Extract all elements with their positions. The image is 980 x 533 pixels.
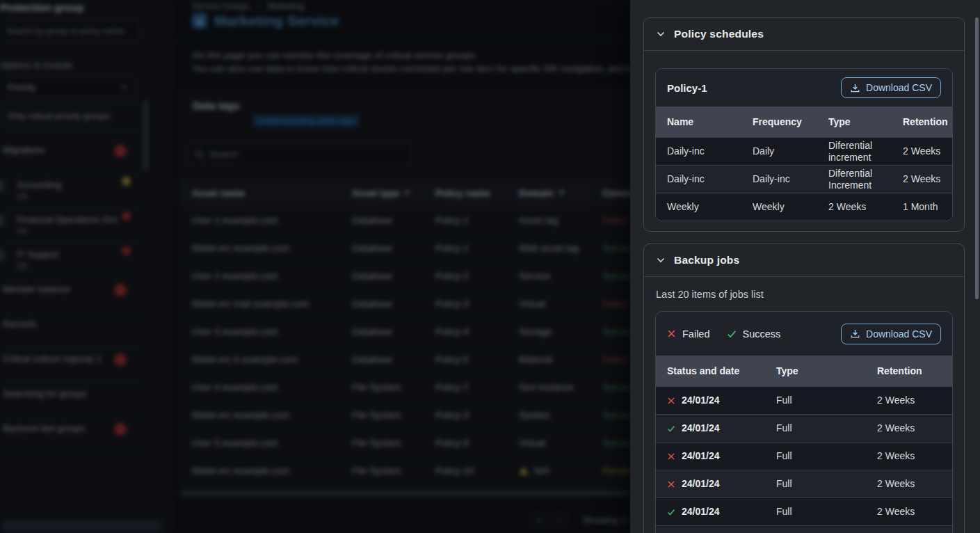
job-status-date: 24/01/24	[656, 450, 765, 461]
policy-name: Policy-1	[667, 82, 707, 94]
status-badge	[114, 353, 127, 366]
schedule-retention: 2 Weeks	[892, 173, 952, 184]
horizontal-scrollbar[interactable]	[180, 491, 631, 495]
sidebar-group-item[interactable]: Critical culture regroup 1	[0, 348, 146, 383]
drawer-scrollbar[interactable]	[975, 17, 979, 299]
asset-domain: Storage	[519, 326, 602, 337]
asset-name: Week-inc-5 example.com	[192, 354, 352, 365]
asset-policy: Policy-3	[435, 410, 519, 420]
sidebar-group-item[interactable]: Migrations	[0, 139, 146, 174]
schedule-type: Diferential increment	[817, 140, 892, 162]
sidebar-bottom-button[interactable]	[3, 520, 161, 532]
sidebar-search-input[interactable]: Search by group or policy name	[0, 21, 139, 41]
sidebar-filter-select[interactable]: Priority	[0, 77, 136, 97]
jobs-table-header: Status and date Type Retention	[656, 356, 952, 386]
status-badge	[122, 177, 131, 186]
col-status-date: Status and date	[656, 365, 765, 376]
col-asset-name[interactable]: Asset name	[192, 188, 352, 198]
filter-icon[interactable]	[558, 191, 565, 196]
group-sublabel: DB	[17, 262, 27, 270]
col-domain[interactable]: Domain	[519, 188, 602, 198]
download-csv-button[interactable]: Download CSV	[841, 324, 941, 344]
backup-job-row: 24/01/24Full2 Weeks	[656, 442, 952, 470]
download-icon	[850, 83, 860, 93]
schedule-retention: 1 Month	[892, 201, 952, 212]
policy-schedule-row: Daily-incDaily-incDiferential Increment2…	[656, 165, 952, 193]
breadcrumb-item-2[interactable]: Marketing	[268, 1, 305, 11]
group-icon	[0, 214, 7, 227]
download-csv-label: Download CSV	[866, 328, 932, 340]
col-policy-name[interactable]: Policy name	[435, 188, 519, 198]
backup-jobs-toggle[interactable]: Backup jobs	[644, 244, 964, 277]
chevron-down-icon	[656, 29, 666, 39]
asset-domain: Virtual	[519, 299, 602, 309]
breadcrumb-item-1[interactable]: Service Groups	[192, 1, 250, 11]
schedule-retention: 2 Weeks	[892, 145, 952, 157]
success-check-icon	[727, 329, 737, 339]
sidebar-group-item[interactable]: Records	[0, 313, 146, 348]
job-status-date: 24/01/24	[656, 478, 765, 489]
job-type: Full	[765, 395, 866, 406]
filter-icon[interactable]	[403, 191, 410, 196]
group-name: Financial Operations Gro	[17, 214, 118, 225]
asset-type: File System	[352, 438, 435, 448]
backup-job-row: 24/01/24Full2 Weeks	[656, 525, 952, 533]
asset-domain: Asset tag	[519, 215, 602, 225]
sidebar-group-item[interactable]: Financial Operations GroDB	[0, 209, 146, 244]
search-icon	[195, 150, 204, 159]
table-search-input[interactable]: Search	[187, 143, 411, 165]
col-name: Name	[656, 116, 741, 127]
backup-job-row: 24/01/24Full2 Weeks	[656, 414, 952, 442]
job-retention: 2 Weeks	[866, 422, 952, 433]
prev-page-button[interactable]: ‹	[552, 512, 568, 527]
chevron-down-icon	[119, 82, 129, 92]
sidebar-group-item[interactable]: Backend fast groups	[0, 417, 146, 452]
backup-job-row: 24/01/24Full2 Weeks	[656, 386, 952, 414]
asset-policy: Policy-2	[435, 271, 519, 281]
first-page-button[interactable]: «	[531, 512, 547, 527]
data-tags-link[interactable]: Understanding data tags	[252, 115, 360, 127]
status-badge	[114, 423, 127, 436]
asset-name: User 3 example.com	[192, 326, 352, 337]
schedule-frequency: Daily-inc	[741, 173, 817, 184]
sidebar-group-item[interactable]: IT SupportDB	[0, 244, 146, 278]
policy-schedule-row: Daily-incDailyDiferential increment2 Wee…	[656, 137, 952, 165]
legend-success: Success	[727, 328, 781, 340]
schedule-type: Diferential Increment	[817, 168, 892, 190]
col-retention: Retention	[892, 116, 952, 127]
sidebar-scrollbar[interactable]	[144, 101, 147, 170]
backup-job-row: 24/01/24Full2 Weeks	[656, 470, 952, 498]
asset-name: Week-inc mail example.com	[192, 299, 352, 309]
download-csv-button[interactable]: Download CSV	[841, 77, 941, 98]
sidebar-title: Protection group list	[0, 1, 83, 13]
job-date: 24/01/24	[682, 422, 720, 433]
asset-policy: Policy-1	[435, 243, 519, 253]
sidebar-group-item[interactable]: Searching for groups	[0, 383, 146, 417]
job-date: 24/01/24	[682, 395, 720, 406]
asset-policy: Policy-7	[435, 382, 519, 392]
col-asset-type[interactable]: Asset type	[352, 188, 435, 198]
sidebar-group-item[interactable]: Member balance	[0, 278, 146, 313]
asset-type: File System	[352, 410, 435, 420]
job-type: Full	[765, 450, 866, 461]
asset-policy: Policy-1	[435, 215, 519, 225]
job-status-date: 24/01/24	[656, 422, 765, 433]
asset-domain: Material	[519, 354, 602, 365]
group-name: Critical culture regroup 1	[3, 353, 102, 364]
success-check-icon	[667, 508, 675, 516]
asset-type: File System	[352, 382, 435, 392]
job-retention: 2 Weeks	[866, 450, 952, 461]
job-date: 24/01/24	[682, 450, 720, 461]
schedule-frequency: Weekly	[741, 201, 817, 212]
asset-type: Database	[352, 243, 435, 253]
backup-job-row: 24/01/24Full2 Weeks	[656, 498, 952, 525]
job-status-date: 24/01/24	[656, 506, 765, 517]
policy-schedules-toggle[interactable]: Policy schedules	[644, 18, 964, 51]
jobs-card: Failed Success Download CSV Status and d…	[655, 311, 953, 533]
job-type: Full	[765, 478, 866, 489]
jobs-table-body: 24/01/24Full2 Weeks24/01/24Full2 Weeks24…	[656, 386, 952, 533]
sidebar-group-item[interactable]: AccountingDB	[0, 174, 146, 209]
job-type: Full	[765, 422, 866, 433]
asset-name: Week-inc example.com	[192, 466, 352, 476]
chevron-down-icon	[656, 255, 666, 265]
